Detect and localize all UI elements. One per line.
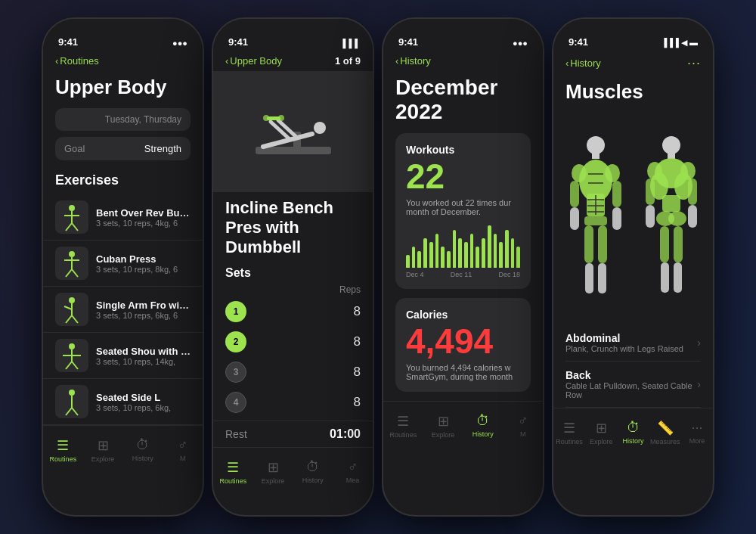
- status-bar-4: 9:41 ▐▐▐ ◀ ▬: [553, 19, 713, 52]
- svg-point-44: [605, 164, 620, 182]
- nav-bar-4: ‹ History ···: [553, 52, 713, 77]
- tab-routines-2[interactable]: ☰ Routines: [213, 459, 253, 485]
- phone4-screen: 9:41 ▐▐▐ ◀ ▬ ‹ History ··· Muscles: [553, 19, 713, 515]
- back-muscles[interactable]: ‹ History: [565, 57, 601, 69]
- explore-icon-1: ⊞: [98, 437, 109, 454]
- routines-icon-1: ☰: [57, 437, 69, 454]
- exercise-item-1[interactable]: Cuban Press 3 sets, 10 reps, 8kg, 6: [43, 241, 203, 287]
- chart-label-1: Dec 11: [451, 271, 472, 278]
- exercise-item-4[interactable]: Seated Side L 3 sets, 10 reps, 6kg,: [43, 379, 203, 425]
- exercise-info-3: Seated Shou with Barbell 3 sets, 10 reps…: [96, 346, 191, 366]
- exercise-info-0: Bent Over Rev Butterfly with D 3 sets, 1…: [96, 207, 191, 228]
- exercise-info-1: Cuban Press 3 sets, 10 reps, 8kg, 6: [96, 253, 191, 274]
- svg-line-9: [72, 269, 78, 277]
- tab-routines-3[interactable]: ☰ Routines: [383, 413, 423, 439]
- back-exercise[interactable]: ‹ Upper Body: [225, 55, 282, 67]
- set-reps-2: 8: [254, 334, 361, 349]
- exercise-item-3[interactable]: Seated Shou with Barbell 3 sets, 10 reps…: [43, 333, 203, 379]
- tab-m-3[interactable]: ♂ M: [503, 413, 543, 438]
- tab-measures-4[interactable]: 📏 Measures: [649, 420, 681, 446]
- svg-point-10: [69, 297, 75, 303]
- tab-history-1[interactable]: ⏱ History: [123, 437, 163, 462]
- workouts-desc: You worked out 22 times dur month of Dec…: [406, 198, 520, 216]
- svg-point-63: [680, 162, 696, 180]
- history-label-2: History: [302, 477, 324, 484]
- exercise-name-0: Bent Over Rev Butterfly with D: [96, 207, 191, 219]
- svg-point-15: [69, 343, 75, 349]
- chart-bar: [406, 255, 410, 268]
- muscle-item-info-0: Abdominal Plank, Crunch with Legs Raised: [565, 332, 683, 353]
- more-label-4: More: [689, 437, 705, 445]
- more-dots-button[interactable]: ···: [687, 55, 701, 71]
- muscle-item-back[interactable]: Back Cable Lat Pulldown, Seated Cable Ro…: [565, 362, 701, 408]
- svg-point-5: [69, 251, 75, 257]
- history-label-3: History: [472, 430, 494, 438]
- set-reps-3: 8: [254, 365, 361, 380]
- svg-line-14: [72, 315, 78, 323]
- svg-rect-47: [570, 207, 579, 230]
- svg-point-43: [572, 164, 587, 182]
- tab-routines-4[interactable]: ☰ Routines: [553, 420, 585, 446]
- status-time-3: 9:41: [398, 36, 418, 48]
- tab-history-4[interactable]: ⏱ History: [617, 420, 649, 445]
- svg-line-22: [66, 408, 72, 415]
- chart-bar: [464, 242, 468, 268]
- set-row-3[interactable]: 4 8: [213, 387, 373, 418]
- set-row-2[interactable]: 3 8: [213, 357, 373, 387]
- explore-icon-2: ⊞: [268, 459, 279, 476]
- muscle-item-abdominal[interactable]: Abdominal Plank, Crunch with Legs Raised…: [565, 324, 701, 362]
- exercise-meta-4: 3 sets, 10 reps, 6kg,: [96, 403, 191, 412]
- reps-column-label: Reps: [339, 284, 361, 295]
- nav-bar-1: ‹ Routines: [43, 52, 203, 73]
- signal-icon-4: ▐▐▐ ◀ ▬: [662, 38, 699, 48]
- calories-label: Calories: [406, 309, 520, 321]
- signal-icon-3: ●●●: [513, 39, 528, 48]
- svg-line-13: [66, 315, 72, 323]
- svg-line-3: [66, 223, 72, 231]
- set-row-1[interactable]: 2 8: [213, 327, 373, 357]
- more-label-1: M: [180, 455, 186, 462]
- routines-label-1: Routines: [50, 455, 77, 463]
- rest-label: Rest: [225, 428, 247, 440]
- chart-bar: [447, 251, 451, 268]
- workouts-label: Workouts: [406, 144, 520, 156]
- measures-icon-4: 📏: [657, 420, 674, 436]
- svg-rect-68: [660, 226, 669, 262]
- exercise-thumb-1: [55, 247, 88, 280]
- svg-point-20: [69, 390, 75, 396]
- tab-bar-3: ☰ Routines ⊞ Explore ⏱ History ♂ M: [383, 401, 543, 454]
- tab-explore-1[interactable]: ⊞ Explore: [83, 437, 123, 463]
- tab-more-4[interactable]: ··· More: [681, 420, 713, 445]
- back-routines[interactable]: ‹ Routines: [55, 55, 191, 67]
- explore-label-1: Explore: [91, 455, 115, 463]
- tab-mea-2[interactable]: ♂ Mea: [333, 459, 373, 484]
- tab-explore-3[interactable]: ⊞ Explore: [423, 413, 463, 439]
- exercise-meta-0: 3 sets, 10 reps, 4kg, 6: [96, 219, 191, 228]
- status-time-4: 9:41: [569, 36, 588, 48]
- set-circle-4: 4: [225, 392, 246, 413]
- history-icon-1: ⏱: [136, 437, 150, 453]
- svg-point-0: [69, 205, 75, 211]
- workouts-count: 22: [406, 159, 520, 194]
- svg-rect-71: [674, 262, 682, 293]
- tab-explore-4[interactable]: ⊞ Explore: [585, 420, 617, 446]
- exercise-detail-title: Incline Bench Pres with Dumbbell: [213, 192, 373, 260]
- exercise-item-0[interactable]: Bent Over Rev Butterfly with D 3 sets, 1…: [43, 194, 203, 241]
- exercise-name-2: Single Arm Fro with Dumbbel: [96, 300, 191, 311]
- tab-history-2[interactable]: ⏱ History: [293, 459, 333, 484]
- exercise-meta-2: 3 sets, 10 reps, 6kg, 6: [96, 311, 191, 320]
- chevron-left-icon-4: ‹: [565, 57, 569, 69]
- svg-rect-45: [570, 181, 579, 207]
- exercise-item-2[interactable]: Single Arm Fro with Dumbbel 3 sets, 10 r…: [43, 287, 203, 333]
- tab-explore-2[interactable]: ⊞ Explore: [253, 459, 293, 485]
- tab-more-1[interactable]: ♂ M: [163, 437, 203, 462]
- svg-point-26: [314, 122, 326, 134]
- set-row-0[interactable]: 1 8: [213, 296, 373, 327]
- history-icon-3: ⏱: [476, 413, 490, 429]
- tab-routines-1[interactable]: ☰ Routines: [43, 437, 83, 463]
- signal-icon-2: ▐▐▐: [340, 39, 358, 48]
- routines-icon-3: ☰: [397, 413, 409, 430]
- exercise-hero: [213, 71, 373, 192]
- back-history[interactable]: ‹ History: [395, 55, 531, 67]
- tab-history-3[interactable]: ⏱ History: [463, 413, 503, 438]
